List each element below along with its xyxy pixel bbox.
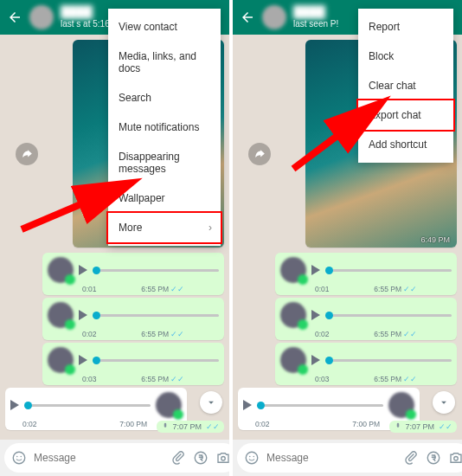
contact-avatar[interactable] — [29, 5, 54, 29]
forward-button[interactable] — [248, 143, 271, 165]
play-button[interactable] — [311, 265, 320, 275]
contact-avatar[interactable] — [262, 5, 286, 29]
svg-point-11 — [253, 456, 255, 458]
voice-duration: 0:02 — [82, 330, 97, 338]
menu-add-shortcut[interactable]: Add shortcut — [358, 130, 453, 159]
more-submenu: Report Block Clear chat Export chat Add … — [358, 9, 453, 163]
message-input[interactable] — [266, 452, 396, 464]
read-ticks-icon: ✓✓ — [403, 285, 417, 293]
camera-icon[interactable] — [215, 450, 229, 466]
voice-scrubber[interactable] — [93, 267, 100, 274]
image-timestamp: 6:49 PM — [420, 235, 450, 244]
svg-point-6 — [221, 457, 226, 461]
voice-scrubber[interactable] — [325, 267, 333, 274]
menu-report[interactable]: Report — [358, 12, 453, 42]
screen-right: ████ last seen P! Report Block Clear cha… — [233, 0, 462, 476]
scroll-down-button[interactable] — [200, 391, 222, 414]
camera-icon[interactable] — [448, 450, 462, 466]
voice-track[interactable] — [325, 314, 452, 317]
voice-avatar — [280, 257, 306, 283]
voice-duration: 0:02 — [22, 420, 37, 428]
mic-badge-icon — [298, 319, 308, 330]
menu-block[interactable]: Block — [358, 42, 453, 71]
read-ticks-icon: ✓✓ — [439, 422, 452, 431]
message-input[interactable] — [34, 452, 164, 464]
scroll-down-button[interactable] — [433, 391, 455, 414]
play-button[interactable] — [79, 355, 87, 365]
voice-timestamp: 6:55 PM — [141, 375, 169, 383]
menu-view-contact[interactable]: View contact — [108, 12, 221, 42]
forward-button[interactable] — [16, 143, 38, 165]
voice-message[interactable]: 0:036:55 PM✓✓ — [42, 343, 224, 385]
voice-message[interactable]: 0:016:55 PM✓✓ — [275, 253, 457, 295]
menu-more[interactable]: More — [106, 211, 222, 244]
mic-badge-icon — [65, 364, 75, 375]
voice-message[interactable]: 0:026:55 PM✓✓ — [275, 298, 457, 340]
read-ticks-icon: ✓✓ — [403, 330, 417, 338]
voice-avatar — [280, 347, 306, 373]
menu-clear-chat[interactable]: Clear chat — [358, 71, 453, 100]
svg-point-12 — [427, 452, 440, 464]
play-button[interactable] — [79, 310, 87, 320]
voice-track[interactable] — [325, 359, 452, 362]
voice-message[interactable]: 0:036:55 PM✓✓ — [275, 343, 457, 385]
voice-timestamp: 6:55 PM — [141, 285, 169, 293]
play-button[interactable] — [311, 355, 320, 365]
mic-icon — [394, 422, 402, 431]
play-button[interactable] — [79, 265, 87, 275]
input-wrap — [237, 443, 462, 473]
voice-avatar — [48, 347, 74, 373]
voice-track[interactable] — [24, 404, 151, 407]
play-button[interactable] — [311, 310, 320, 320]
last-sent-time: 7:07 PM — [405, 422, 434, 431]
attach-icon[interactable] — [170, 450, 186, 466]
back-icon[interactable] — [7, 10, 22, 25]
composer — [0, 440, 229, 476]
mic-badge-icon — [298, 364, 308, 375]
menu-mute[interactable]: Mute notifications — [108, 113, 221, 142]
voice-duration: 0:02 — [315, 330, 330, 338]
read-ticks-icon: ✓✓ — [170, 285, 184, 293]
last-sent-badge: 7:07 PM ✓✓ — [157, 421, 224, 433]
voice-track[interactable] — [93, 314, 219, 317]
voice-scrubber[interactable] — [93, 312, 100, 319]
menu-media[interactable]: Media, links, and docs — [108, 42, 221, 83]
voice-track[interactable] — [257, 404, 383, 407]
voice-track[interactable] — [325, 269, 452, 272]
mic-icon — [161, 422, 170, 431]
menu-export-chat[interactable]: Export chat — [356, 99, 455, 132]
svg-point-9 — [246, 452, 258, 464]
play-button[interactable] — [243, 400, 252, 410]
emoji-icon[interactable] — [244, 450, 260, 466]
read-ticks-icon: ✓✓ — [170, 330, 184, 338]
svg-point-13 — [454, 457, 459, 461]
voice-track[interactable] — [93, 359, 219, 362]
emoji-icon[interactable] — [11, 450, 27, 466]
voice-scrubber[interactable] — [257, 402, 265, 409]
mic-badge-icon — [298, 274, 308, 285]
play-button[interactable] — [10, 400, 19, 410]
svg-point-4 — [21, 456, 22, 458]
back-icon[interactable] — [240, 10, 255, 25]
rupee-icon[interactable] — [193, 450, 209, 466]
attach-icon[interactable] — [403, 450, 419, 466]
rupee-icon[interactable] — [426, 450, 441, 466]
voice-timestamp: 6:55 PM — [141, 330, 169, 338]
voice-scrubber[interactable] — [325, 357, 333, 364]
voice-track[interactable] — [93, 269, 219, 272]
voice-duration: 0:01 — [315, 285, 330, 293]
svg-point-2 — [13, 452, 25, 464]
voice-message[interactable]: 0:026:55 PM✓✓ — [42, 298, 224, 340]
screen-left: ████ last s at 5:16 View contact Media, … — [0, 0, 229, 476]
menu-search[interactable]: Search — [108, 83, 221, 113]
voice-scrubber[interactable] — [325, 312, 333, 319]
menu-disappearing[interactable]: Disappearing messages — [108, 142, 221, 183]
voice-scrubber[interactable] — [93, 357, 100, 364]
input-wrap — [4, 443, 229, 473]
read-ticks-icon: ✓✓ — [206, 422, 220, 431]
mic-badge-icon — [173, 409, 183, 420]
menu-wallpaper[interactable]: Wallpaper — [108, 183, 221, 213]
voice-scrubber[interactable] — [24, 402, 32, 409]
voice-message[interactable]: 0:016:55 PM✓✓ — [42, 253, 224, 295]
voice-avatar — [280, 302, 306, 328]
